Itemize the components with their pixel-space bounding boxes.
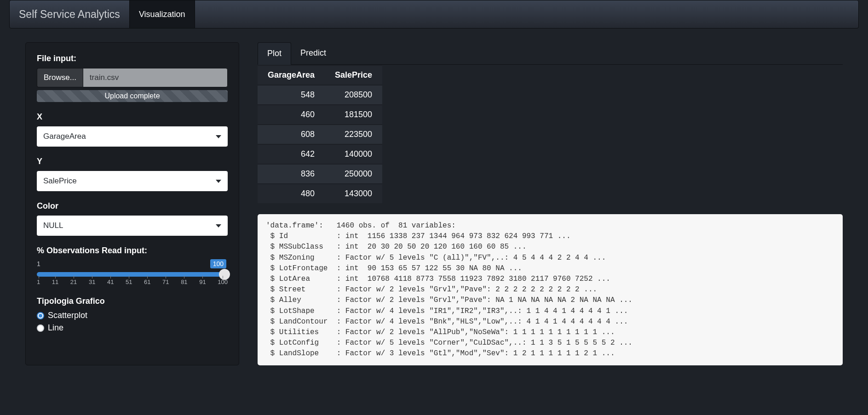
tipologia-group: Tipologia Grafico Scatterplot Line	[37, 296, 228, 333]
slider-track[interactable]	[37, 272, 228, 277]
tab-plot[interactable]: Plot	[258, 42, 291, 65]
chevron-down-icon	[216, 135, 221, 138]
nav-tab-visualization[interactable]: Visualization	[129, 0, 195, 28]
browse-button[interactable]: Browse...	[37, 68, 83, 87]
tipologia-label: Tipologia Grafico	[37, 296, 228, 306]
table-cell: 480	[258, 184, 325, 203]
file-input-group: File input: Browse... train.csv Upload c…	[37, 54, 228, 102]
observations-slider-group: % Observations Read input: 1 100 1 11 21…	[37, 246, 228, 285]
slider-tick: 31	[89, 279, 95, 285]
table-row: 460181500	[258, 105, 382, 125]
table-cell: 548	[258, 85, 325, 105]
data-preview-table: GarageArea SalePrice 5482085004601815006…	[258, 65, 382, 203]
tab-predict[interactable]: Predict	[291, 42, 335, 64]
table-cell: 460	[258, 105, 325, 125]
radio-scatterplot-label: Scatterplot	[48, 311, 87, 320]
table-cell: 642	[258, 144, 325, 164]
table-cell: 836	[258, 164, 325, 184]
table-row: 480143000	[258, 184, 382, 203]
color-select-group: Color NULL	[37, 201, 228, 236]
upload-progress-bar: Upload complete	[37, 90, 228, 102]
navbar-brand[interactable]: Self Service Analytics	[10, 0, 129, 28]
table-row: 836250000	[258, 164, 382, 184]
x-select[interactable]: GarageArea	[37, 126, 228, 147]
y-select-value: SalePrice	[43, 176, 77, 186]
page-container: File input: Browse... train.csv Upload c…	[0, 42, 868, 365]
file-input-label: File input:	[37, 54, 228, 63]
file-name-field: train.csv	[83, 68, 228, 87]
color-label: Color	[37, 201, 228, 211]
table-cell: 181500	[325, 105, 382, 125]
table-cell: 208500	[325, 85, 382, 105]
chevron-down-icon	[216, 180, 221, 183]
table-row: 548208500	[258, 85, 382, 105]
y-select-group: Y SalePrice	[37, 157, 228, 191]
observations-label: % Observations Read input:	[37, 246, 228, 256]
table-row: 608223500	[258, 125, 382, 144]
x-label: X	[37, 112, 228, 122]
slider-tick: 1	[37, 279, 40, 285]
slider-min-label: 1	[37, 260, 40, 267]
table-cell: 223500	[325, 125, 382, 144]
table-header: SalePrice	[325, 65, 382, 85]
radio-icon	[37, 312, 44, 319]
table-cell: 608	[258, 125, 325, 144]
x-select-value: GarageArea	[43, 132, 86, 141]
slider-tick: 41	[107, 279, 114, 285]
table-row: 642140000	[258, 144, 382, 164]
slider-tick: 11	[52, 279, 58, 285]
slider-tick: 21	[70, 279, 77, 285]
sidebar-panel: File input: Browse... train.csv Upload c…	[25, 42, 239, 365]
slider-tick: 100	[218, 279, 228, 285]
slider-tick: 91	[199, 279, 206, 285]
slider-value-badge: 100	[210, 259, 226, 268]
main-tabs: Plot Predict	[258, 42, 843, 65]
y-select[interactable]: SalePrice	[37, 171, 228, 191]
chevron-down-icon	[216, 224, 221, 227]
table-header: GarageArea	[258, 65, 325, 85]
color-select-value: NULL	[43, 221, 63, 230]
y-label: Y	[37, 157, 228, 166]
radio-icon	[37, 324, 44, 332]
radio-line-label: Line	[48, 323, 63, 333]
slider-tick: 51	[126, 279, 132, 285]
observations-slider[interactable]: 100 1 11 21 31 41 51 61 71 81 91 100	[37, 272, 228, 285]
structure-output: 'data.frame': 1460 obs. of 81 variables:…	[258, 214, 843, 365]
color-select[interactable]: NULL	[37, 216, 228, 236]
table-cell: 140000	[325, 144, 382, 164]
x-select-group: X GarageArea	[37, 112, 228, 147]
slider-tick: 81	[181, 279, 187, 285]
slider-tick: 71	[162, 279, 169, 285]
table-cell: 143000	[325, 184, 382, 203]
slider-tick: 61	[144, 279, 150, 285]
table-cell: 250000	[325, 164, 382, 184]
main-panel: Plot Predict GarageArea SalePrice 548208…	[258, 42, 843, 365]
navbar: Self Service Analytics Visualization	[9, 0, 859, 28]
radio-line[interactable]: Line	[37, 323, 228, 333]
radio-scatterplot[interactable]: Scatterplot	[37, 311, 228, 320]
slider-ticks: 1 11 21 31 41 51 61 71 81 91 100	[37, 279, 228, 285]
